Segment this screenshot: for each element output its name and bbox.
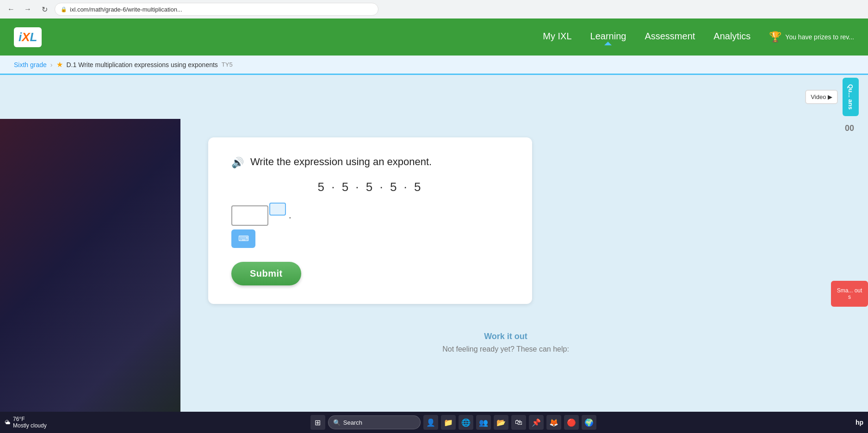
browser-chrome: ← → ↻ 🔒 ixl.com/math/grade-6/write-multi…	[0, 0, 868, 19]
top-tools-bar: Video ▶ Qu... ans	[0, 75, 868, 119]
logo-l: L	[30, 30, 37, 44]
photo-bg	[0, 119, 180, 433]
breadcrumb-bar: Sixth grade › ★ D.1 Write multiplication…	[0, 56, 868, 75]
taskbar-chrome-icon[interactable]: 🌍	[582, 415, 596, 430]
time-display: 00	[845, 124, 854, 133]
exponent-input[interactable]	[271, 204, 285, 214]
smartscore-button[interactable]: Sma... out s	[831, 281, 868, 307]
weather-icon: 🌥	[5, 419, 10, 426]
period-mark: .	[289, 210, 291, 221]
question-instruction: Write the expression using an exponent.	[250, 156, 432, 168]
right-panel: 00 Sma... out s	[831, 119, 868, 433]
taskbar-app3-icon[interactable]: 🔴	[564, 415, 579, 430]
reload-button[interactable]: ↻	[38, 3, 51, 16]
speaker-icon[interactable]: 🔊	[231, 157, 244, 169]
taskbar-app2-icon[interactable]: 🦊	[546, 415, 561, 430]
taskbar-teams-icon[interactable]: 👥	[476, 415, 491, 430]
logo-x: X	[22, 30, 30, 44]
video-button[interactable]: Video ▶	[805, 90, 838, 104]
question-answer-button[interactable]: Qu... ans	[843, 78, 859, 116]
url-text: ixl.com/math/grade-6/write-multiplicatio…	[70, 6, 182, 13]
exponent-input-box[interactable]	[269, 203, 286, 216]
answer-area: . ⌨	[231, 205, 509, 248]
question-panel: 🔊 Write the expression using an exponent…	[180, 119, 831, 433]
address-bar[interactable]: 🔒 ixl.com/math/grade-6/write-multiplicat…	[55, 3, 378, 16]
work-it-out-title: Work it out	[208, 332, 803, 341]
answer-row: .	[231, 205, 291, 226]
nav-myixl[interactable]: My IXL	[543, 31, 571, 43]
nav-analytics[interactable]: Analytics	[713, 31, 750, 43]
taskbar-files-icon[interactable]: 📁	[441, 415, 456, 430]
taskbar-store-icon[interactable]: 🛍	[511, 415, 526, 430]
taskbar-edge-icon[interactable]: 🌐	[459, 415, 473, 430]
search-icon: 🔍	[333, 419, 341, 426]
input-wrapper	[231, 205, 286, 226]
site-header: iXL My IXL Learning Assessment Analytics…	[0, 19, 868, 56]
nav-assessment[interactable]: Assessment	[645, 31, 695, 43]
hp-label: hp	[856, 419, 863, 426]
left-photo-panel	[0, 119, 180, 433]
breadcrumb-grade[interactable]: Sixth grade	[14, 61, 47, 68]
ixl-logo[interactable]: iXL	[14, 27, 42, 47]
taskbar-right: hp	[856, 419, 863, 426]
base-input-box[interactable]	[231, 205, 268, 226]
nav-learning[interactable]: Learning	[590, 31, 626, 43]
base-input[interactable]	[234, 207, 266, 224]
lock-icon: 🔒	[61, 6, 67, 12]
breadcrumb-separator: ›	[50, 61, 53, 68]
taskbar-app1-icon[interactable]: 📌	[529, 415, 544, 430]
expression-display: 5 · 5 · 5 · 5 · 5	[231, 180, 509, 194]
submit-button[interactable]: Submit	[231, 262, 301, 285]
back-button[interactable]: ←	[5, 3, 18, 16]
question-card: 🔊 Write the expression using an exponent…	[208, 137, 532, 304]
breadcrumb-skill: D.1 Write multiplication expressions usi…	[67, 61, 218, 68]
breadcrumb-code: TY5	[222, 61, 233, 68]
trophy-icon: 🏆	[769, 31, 781, 43]
breadcrumb-star-icon: ★	[56, 60, 63, 69]
work-it-out-section: Work it out Not feeling ready yet? These…	[208, 332, 803, 353]
taskbar-search-bar[interactable]: 🔍 Search	[328, 415, 421, 429]
weather-condition: Mostly cloudy	[13, 422, 47, 429]
keyboard-toggle-button[interactable]: ⌨	[231, 229, 255, 248]
taskbar: 🌥 76°F Mostly cloudy ⊞ 🔍 Search 👤 📁 🌐 👥 …	[0, 412, 868, 433]
prizes-text: You have prizes to rev...	[785, 33, 854, 41]
forward-button[interactable]: →	[21, 3, 34, 16]
windows-start-button[interactable]: ⊞	[310, 415, 325, 430]
main-content-area: 🔊 Write the expression using an exponent…	[0, 119, 868, 433]
taskbar-weather: 🌥 76°F Mostly cloudy	[5, 416, 47, 429]
prizes-area[interactable]: 🏆 You have prizes to rev...	[769, 31, 854, 43]
taskbar-folder-icon[interactable]: 📂	[494, 415, 508, 430]
question-header: 🔊 Write the expression using an exponent…	[231, 156, 509, 169]
main-nav: My IXL Learning Assessment Analytics	[543, 31, 769, 43]
keyboard-icon: ⌨	[238, 234, 249, 243]
taskbar-person-icon[interactable]: 👤	[423, 415, 438, 430]
windows-icon: ⊞	[315, 418, 321, 427]
search-placeholder: Search	[343, 419, 362, 426]
temperature: 76°F	[13, 416, 47, 422]
taskbar-center: ⊞ 🔍 Search 👤 📁 🌐 👥 📂 🛍 📌 🦊 🔴 🌍	[54, 415, 853, 430]
work-it-out-subtitle: Not feeling ready yet? These can help:	[208, 345, 803, 353]
